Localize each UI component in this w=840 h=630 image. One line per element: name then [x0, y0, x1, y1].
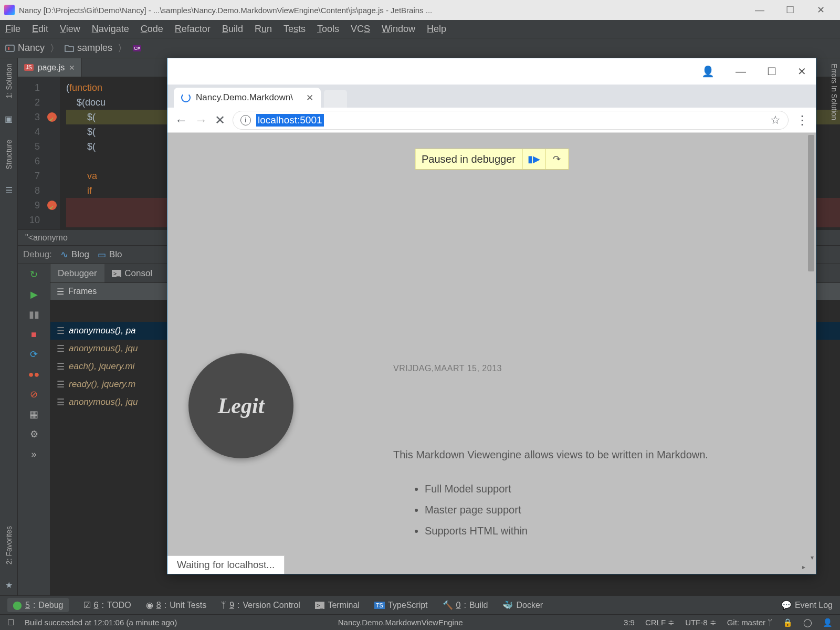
frame-icon: ☰ [57, 397, 65, 408]
tool-terminal[interactable]: >_ Terminal [315, 601, 360, 610]
browser-viewport: Paused in debugger ▮▶ ↷ Legit VRIJDAG,MA… [167, 133, 816, 574]
browser-profile-icon[interactable]: 👤 [701, 65, 715, 78]
page-feature-list: Full Model supportMaster page supportSup… [393, 478, 795, 541]
debug-config-2[interactable]: ▭ Blo [98, 249, 122, 260]
favorites-icon[interactable]: ★ [5, 580, 13, 590]
encoding[interactable]: UTF-8≑ [685, 618, 717, 627]
browser-status-text: Waiting for localhost... [167, 555, 285, 574]
menu-refactor[interactable]: Refactor [175, 24, 211, 35]
browser-stop-button[interactable]: ✕ [215, 113, 225, 128]
maximize-button[interactable]: ☐ [775, 4, 805, 16]
debug-side-toolbar: ↻ ▶ ▮▮ ■ ⟳ ●● ⊘ ▦ ⚙ » [18, 264, 50, 595]
minimize-button[interactable]: — [744, 5, 775, 16]
line-ending[interactable]: CRLF≑ [645, 618, 675, 627]
vertical-scrollbar[interactable]: ▾ [806, 133, 816, 562]
solution-icon[interactable]: ▣ [5, 114, 13, 124]
debug-label: Debug: [23, 249, 52, 260]
close-button[interactable]: ✕ [805, 4, 836, 16]
frames-icon: ☰ [57, 287, 64, 297]
people-icon[interactable]: 👤 [823, 618, 833, 627]
tool-vcs[interactable]: ᛘ 9: Version Control [221, 601, 300, 610]
browser-minimize-button[interactable]: — [736, 66, 746, 78]
tab-close-icon[interactable]: ✕ [69, 64, 75, 72]
browser-back-button[interactable]: ← [175, 113, 187, 128]
svg-rect-0 [6, 45, 14, 51]
debugger-step-button[interactable]: ↷ [545, 149, 568, 169]
status-bar: ☐ Build succeeded at 12:01:06 (a minute … [0, 614, 840, 630]
progress-icon: ◯ [803, 618, 812, 627]
menu-window[interactable]: Window [382, 24, 415, 35]
pause-button[interactable]: ▮▮ [28, 308, 40, 321]
browser-forward-button: → [195, 113, 207, 128]
menu-tests[interactable]: Tests [284, 24, 306, 35]
browser-close-button[interactable]: ✕ [797, 65, 806, 78]
stop-button[interactable]: ■ [28, 328, 40, 341]
menu-run[interactable]: Run [255, 24, 272, 35]
menu-navigate[interactable]: Navigate [92, 24, 129, 35]
crumb-project[interactable]: Nancy [5, 43, 45, 54]
dotnet-icon: ∿ [60, 249, 68, 260]
caret-position[interactable]: 3:9 [624, 618, 635, 627]
tool-solution[interactable]: 1: Solution [5, 64, 13, 98]
menu-edit[interactable]: Edit [32, 24, 48, 35]
browser-tab-strip: Nancy.Demo.Markdown\ ✕ [167, 85, 816, 108]
rerun-button[interactable]: ↻ [28, 268, 40, 281]
menu-tools[interactable]: Tools [317, 24, 339, 35]
chevron-icon: 〉 [118, 42, 127, 55]
left-tool-strip: 1: Solution ▣ Structure ☰ 2: Favorites ★ [0, 58, 18, 595]
tool-structure[interactable]: Structure [5, 140, 13, 170]
menu-view[interactable]: View [60, 24, 80, 35]
editor-tab[interactable]: JS page.js ✕ [18, 58, 82, 77]
layout-button[interactable]: ▦ [28, 408, 40, 421]
tool-debug[interactable]: ⬤ 5: Debug [7, 598, 69, 612]
js-file-icon: JS [24, 64, 34, 71]
browser-window: 👤 — ☐ ✕ Nancy.Demo.Markdown\ ✕ ← → ✕ i l… [167, 58, 816, 574]
menu-code[interactable]: Code [141, 24, 163, 35]
settings-button[interactable]: ⚙ [28, 428, 40, 440]
mute-bp-button[interactable]: ⊘ [28, 388, 40, 401]
debugger-resume-button[interactable]: ▮▶ [522, 149, 545, 169]
crumb-folder[interactable]: samples [65, 43, 112, 54]
todo-icon: ☑ [83, 600, 91, 610]
bottom-toolbar: ⬤ 5: Debug ☑ 6: TODO ◉ 8: Unit Tests ᛘ 9… [0, 595, 840, 614]
right-tool-strip: Errors In Solution [828, 58, 840, 216]
menu-vcs[interactable]: VCS [351, 24, 370, 35]
tab-debugger[interactable]: Debugger [50, 264, 104, 282]
browser-url-input[interactable]: i localhost:5001 ☆ [233, 111, 789, 130]
restart-button[interactable]: ⟳ [28, 348, 40, 361]
tool-build[interactable]: 🔨 0: Build [443, 600, 488, 610]
tool-event-log[interactable]: 💬 Event Log [781, 600, 833, 610]
structure-icon[interactable]: ☰ [5, 185, 13, 195]
browser-tab[interactable]: Nancy.Demo.Markdown\ ✕ [174, 88, 321, 108]
tool-typescript[interactable]: TS TypeScript [374, 601, 428, 610]
tool-favorites[interactable]: 2: Favorites [5, 526, 13, 564]
resume-button[interactable]: ▶ [28, 288, 40, 301]
main-menu: File Edit View Navigate Code Refactor Bu… [0, 20, 840, 38]
bookmark-star-icon[interactable]: ☆ [770, 113, 781, 127]
browser-tab-close-icon[interactable]: ✕ [306, 92, 313, 103]
git-branch[interactable]: Git: master ᛘ [727, 618, 772, 627]
docker-icon: 🐳 [502, 600, 513, 610]
tool-todo[interactable]: ☑ 6: TODO [83, 600, 131, 610]
breakpoints-button[interactable]: ●● [28, 368, 40, 381]
browser-menu-button[interactable]: ⋮ [796, 113, 808, 128]
site-info-icon[interactable]: i [240, 115, 251, 125]
debug-config[interactable]: ∿ Blog [60, 249, 89, 260]
browser-maximize-button[interactable]: ☐ [767, 65, 776, 78]
browser-tab-title: Nancy.Demo.Markdown\ [196, 92, 293, 103]
expand-button[interactable]: » [28, 448, 40, 460]
menu-build[interactable]: Build [222, 24, 243, 35]
tab-console[interactable]: >_ Consol [104, 264, 160, 282]
menu-help[interactable]: Help [427, 24, 446, 35]
browser-address-bar: ← → ✕ i localhost:5001 ☆ ⋮ [167, 108, 816, 133]
lock-icon[interactable]: 🔒 [783, 618, 793, 627]
browser-titlebar: 👤 — ☐ ✕ [167, 58, 816, 85]
tool-unit-tests[interactable]: ◉ 8: Unit Tests [146, 600, 206, 610]
menu-file[interactable]: File [5, 24, 20, 35]
tool-errors[interactable]: Errors In Solution [830, 64, 838, 120]
tool-docker[interactable]: 🐳 Docker [502, 600, 543, 610]
breakpoint-gutter[interactable] [44, 77, 60, 229]
frame-icon: ☰ [57, 326, 65, 337]
browser-new-tab-button[interactable] [324, 90, 347, 108]
crumb-more[interactable]: C# [132, 45, 142, 52]
